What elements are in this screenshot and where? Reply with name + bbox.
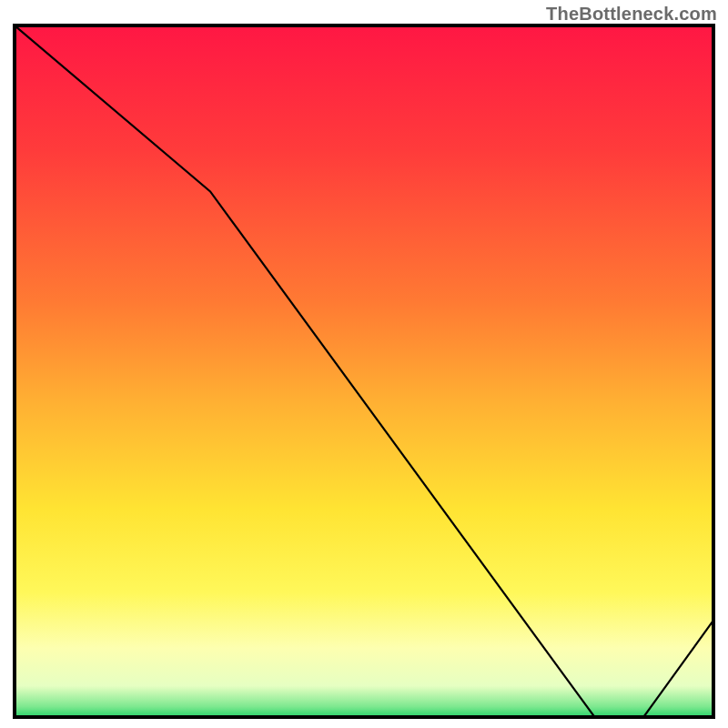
chart-stage: TheBottleneck.com: [0, 0, 728, 728]
bottleneck-chart: [0, 0, 728, 728]
plot-background: [15, 25, 713, 717]
